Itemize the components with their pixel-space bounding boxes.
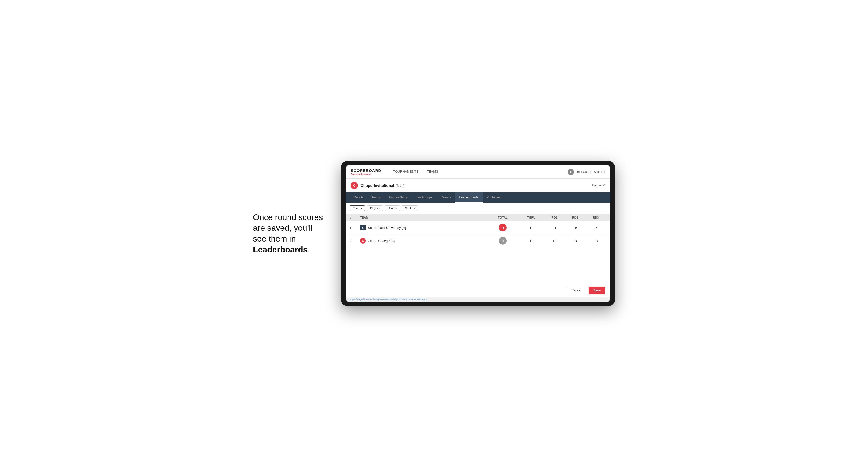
logo-title: SCOREBOARD xyxy=(351,168,381,173)
team-logo-2: C xyxy=(360,238,366,244)
rd3-1: -6 xyxy=(586,226,606,229)
top-nav: SCOREBOARD Powered by clippd TOURNAMENTS… xyxy=(345,165,610,179)
sidebar-text-bold: Leaderboards xyxy=(253,245,308,254)
save-button[interactable]: Save xyxy=(589,286,605,294)
team-logo-1: S xyxy=(360,225,366,230)
filter-players-button[interactable]: Players xyxy=(367,205,383,211)
logo-brand: clippd xyxy=(365,173,371,175)
url-text: https://stage-blue-coach.stagesscoreboar… xyxy=(350,298,428,301)
leaderboard-table: # TEAM TOTAL THRU RD1 RD2 RD3 1 S Score xyxy=(345,214,610,284)
user-name: Test User | xyxy=(577,170,591,174)
tab-leaderboards[interactable]: Leaderboards xyxy=(455,192,483,203)
rank-2: 2 xyxy=(350,239,360,243)
filter-teams-button[interactable]: Teams xyxy=(350,205,365,211)
tournament-name: Clippd Invitational xyxy=(361,183,394,188)
col-thru: THRU xyxy=(518,216,544,219)
user-avatar: S xyxy=(568,169,574,175)
filter-strokes-button[interactable]: Strokes xyxy=(402,205,418,211)
total-cell-2: +3 xyxy=(487,237,518,245)
logo-sub: Powered by clippd xyxy=(351,173,381,175)
tablet-frame: SCOREBOARD Powered by clippd TOURNAMENTS… xyxy=(341,161,615,306)
col-team: TEAM xyxy=(360,216,487,219)
tournament-icon: C xyxy=(351,182,358,189)
thru-2: F xyxy=(518,239,544,243)
sidebar-text: Once round scores are saved, you'll see … xyxy=(253,212,326,255)
table-row: 1 S Scoreboard University [A] -5 F -4 +5… xyxy=(345,221,610,234)
rd1-1: -4 xyxy=(544,226,565,229)
nav-right: S Test User | Sign out xyxy=(568,169,605,175)
sign-out-link[interactable]: Sign out xyxy=(594,170,605,174)
team-cell-1: S Scoreboard University [A] xyxy=(360,225,487,230)
tab-teams[interactable]: Teams xyxy=(368,192,385,203)
score-badge-1: -5 xyxy=(499,224,507,231)
cancel-x-button[interactable]: Cancel ✕ xyxy=(592,184,605,187)
nav-links: TOURNAMENTS TEAMS xyxy=(389,165,442,179)
logo-area: SCOREBOARD Powered by clippd xyxy=(351,168,381,175)
table-row: 2 C Clippd College [A] +3 F +8 -8 +3 xyxy=(345,234,610,247)
tablet-inner: SCOREBOARD Powered by clippd TOURNAMENTS… xyxy=(345,165,610,302)
score-badge-2: +3 xyxy=(499,237,507,245)
close-icon: ✕ xyxy=(602,184,605,187)
sidebar-text-before: Once round scores are saved, you'll see … xyxy=(253,213,323,243)
col-rd2: RD2 xyxy=(565,216,586,219)
cancel-label: Cancel xyxy=(592,184,601,187)
nav-link-teams[interactable]: TEAMS xyxy=(423,165,442,179)
col-rd1: RD1 xyxy=(544,216,565,219)
team-cell-2: C Clippd College [A] xyxy=(360,238,487,244)
cancel-button[interactable]: Cancel xyxy=(567,286,586,294)
modal-footer: Cancel Save xyxy=(345,284,610,297)
table-header: # TEAM TOTAL THRU RD1 RD2 RD3 xyxy=(345,214,610,221)
tab-printables[interactable]: Printables xyxy=(483,192,505,203)
tab-tee-groups[interactable]: Tee Groups xyxy=(412,192,436,203)
col-total: TOTAL xyxy=(487,216,518,219)
tab-results[interactable]: Results xyxy=(436,192,455,203)
thru-1: F xyxy=(518,226,544,229)
empty-space xyxy=(345,247,610,284)
total-cell-1: -5 xyxy=(487,224,518,231)
rank-1: 1 xyxy=(350,226,360,229)
url-bar: https://stage-blue-coach.stagesscoreboar… xyxy=(345,297,610,302)
tournament-sub: (Men) xyxy=(396,184,404,187)
rd2-1: +5 xyxy=(565,226,586,229)
tournament-header: C Clippd Invitational (Men) Cancel ✕ xyxy=(345,179,610,192)
tab-course-setup[interactable]: Course Setup xyxy=(385,192,412,203)
nav-link-tournaments[interactable]: TOURNAMENTS xyxy=(389,165,423,179)
col-rd3: RD3 xyxy=(586,216,606,219)
filter-bar: Teams Players Scores Strokes xyxy=(345,203,610,214)
rd1-2: +8 xyxy=(544,239,565,243)
col-rank: # xyxy=(350,216,360,219)
rd2-2: -8 xyxy=(565,239,586,243)
rd3-2: +3 xyxy=(586,239,606,243)
logo-sub-before: Powered by xyxy=(351,173,365,175)
team-name-2: Clippd College [A] xyxy=(368,239,395,243)
sub-nav: Details Teams Course Setup Tee Groups Re… xyxy=(345,192,610,203)
tab-details[interactable]: Details xyxy=(350,192,368,203)
sidebar-text-after: . xyxy=(308,245,310,254)
team-name-1: Scoreboard University [A] xyxy=(368,226,406,229)
filter-scores-button[interactable]: Scores xyxy=(384,205,400,211)
